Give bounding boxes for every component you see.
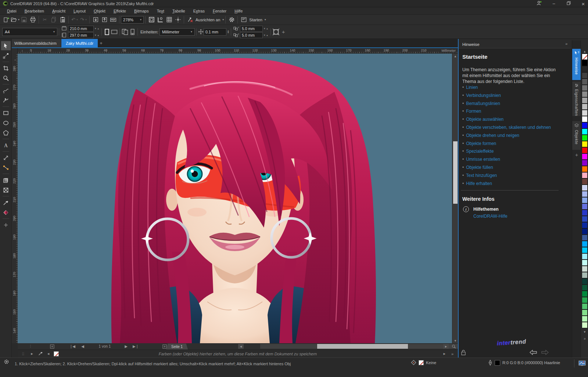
palette-color-swatch[interactable] <box>582 241 588 247</box>
palette-color-swatch[interactable] <box>582 122 588 128</box>
palette-color-swatch[interactable] <box>582 185 588 191</box>
palette-color-swatch[interactable] <box>582 141 588 147</box>
close-button[interactable]: × <box>580 1 587 7</box>
palette-color-swatch[interactable] <box>582 104 588 110</box>
page-width-field[interactable]: 210.0 mm <box>68 26 94 32</box>
palette-color-swatch[interactable] <box>582 54 588 60</box>
palette-color-swatch[interactable] <box>582 266 588 272</box>
options-gear-icon[interactable] <box>227 15 236 24</box>
copy-icon[interactable] <box>49 15 58 24</box>
menu-tabelle[interactable]: Tabelle <box>168 8 189 14</box>
palette-color-swatch[interactable] <box>582 110 588 116</box>
export-button[interactable] <box>100 15 109 24</box>
tool-rectangle-icon[interactable] <box>1 108 11 117</box>
palette-next-icon[interactable]: ▸ <box>443 351 445 356</box>
tool-eyedropper-icon[interactable] <box>1 198 11 207</box>
tool-polygon-icon[interactable] <box>1 128 11 137</box>
duplicate-y-stepper[interactable]: ▾ ▴ <box>264 34 268 37</box>
undo-button[interactable]: ↶▾ <box>70 15 79 24</box>
palette-color-swatch[interactable] <box>582 210 588 216</box>
fullscreen-preview-icon[interactable] <box>147 15 156 24</box>
palette-color-swatch[interactable] <box>582 203 588 210</box>
prev-page-icon[interactable]: ◀ <box>80 343 85 349</box>
docker-splitter[interactable] <box>458 39 459 358</box>
save-button[interactable] <box>19 15 28 24</box>
new-tab-button[interactable]: + <box>98 39 104 47</box>
tab-document[interactable]: Zaky Mufthi.cdr <box>61 39 98 47</box>
hints-back-icon[interactable] <box>529 349 537 356</box>
snap-off-icon[interactable] <box>186 15 194 24</box>
minimize-button[interactable]: – <box>551 1 557 6</box>
tool-freehand-icon[interactable] <box>1 86 11 95</box>
menu-objekt[interactable]: Objekt <box>90 8 110 14</box>
last-page-icon[interactable]: ▶❘ <box>132 343 139 349</box>
horizontal-ruler[interactable]: Millimeter 01020304050607080901001101201… <box>18 48 458 54</box>
hint-link[interactable]: •Objekte verschieben, skalieren und dehn… <box>462 124 551 132</box>
palette-color-swatch[interactable] <box>582 85 588 91</box>
palette-color-swatch[interactable] <box>582 322 588 328</box>
tool-artistic-media-icon[interactable] <box>1 96 11 105</box>
palette-color-swatch[interactable] <box>582 153 588 160</box>
menu-text[interactable]: Text <box>153 8 168 14</box>
menu-ansicht[interactable]: Ansicht <box>48 8 69 14</box>
palette-color-swatch[interactable] <box>582 191 588 197</box>
docker-tab-objekte[interactable]: Objekte <box>572 121 581 150</box>
vertical-scroll-thumb[interactable] <box>453 141 458 204</box>
menu-layout[interactable]: Layout <box>69 8 90 14</box>
fill-status[interactable]: Keine <box>411 360 436 365</box>
palette-color-swatch[interactable] <box>582 272 588 278</box>
print-button[interactable] <box>28 15 37 24</box>
palette-color-swatch[interactable] <box>582 303 588 309</box>
palette-scroll-up-icon[interactable]: ▲ <box>581 49 588 54</box>
drag-handle[interactable]: ⁞ <box>29 343 32 349</box>
palette-color-swatch[interactable] <box>582 278 588 284</box>
tool-drop-shadow-icon[interactable] <box>1 175 11 185</box>
palette-color-swatch[interactable] <box>582 291 588 297</box>
scroll-down-icon[interactable]: ▼ <box>452 338 458 343</box>
ruler-origin[interactable] <box>12 48 18 54</box>
coreldraw-help-link[interactable]: CorelDRAW-Hilfe <box>473 214 508 219</box>
tool-crop-icon[interactable] <box>1 64 11 73</box>
landscape-button[interactable] <box>111 28 118 36</box>
treat-as-filled-icon[interactable] <box>272 28 280 36</box>
palette-color-swatch[interactable] <box>582 147 588 153</box>
docker-tab-eigenschaften[interactable]: Eigenschaften <box>572 81 581 116</box>
paste-icon[interactable] <box>58 15 67 24</box>
add-page-start-button[interactable] <box>49 343 55 349</box>
duplicate-x-stepper[interactable]: ▾ ▴ <box>264 27 268 30</box>
tool-zoom-icon[interactable] <box>1 73 11 83</box>
units-select[interactable]: Millimeter▾ <box>159 28 195 36</box>
all-pages-icon[interactable] <box>121 28 129 36</box>
page-tab[interactable]: Seite 1 <box>166 344 188 349</box>
tool-shape-icon[interactable] <box>1 51 11 60</box>
palette-color-swatch[interactable] <box>582 216 588 222</box>
menu-hilfe[interactable]: Hilfe <box>230 8 247 14</box>
menu-bitmaps[interactable]: Bitmaps <box>130 8 153 14</box>
show-grid-icon[interactable] <box>165 15 173 24</box>
hint-link[interactable]: •Bemaßungslinien <box>462 100 551 108</box>
palette-color-swatch[interactable] <box>582 222 588 228</box>
tool-text-icon[interactable]: A <box>1 141 11 150</box>
palette-color-swatch[interactable] <box>582 172 588 178</box>
palette-color-swatch[interactable] <box>582 97 588 104</box>
menu-bearbeiten[interactable]: Bearbeiten <box>21 8 48 14</box>
restore-button[interactable] <box>565 1 572 6</box>
show-rulers-icon[interactable] <box>156 15 165 24</box>
zoom-level-select[interactable]: 278%▾ <box>121 16 144 23</box>
palette-color-swatch[interactable] <box>582 316 588 322</box>
palette-color-swatch[interactable] <box>582 91 588 97</box>
palette-color-swatch[interactable] <box>582 235 588 241</box>
tool-add-tool-icon[interactable] <box>1 220 11 229</box>
tool-pick-icon[interactable] <box>1 41 11 50</box>
duplicate-x-field[interactable]: 5.0 mm <box>240 26 263 32</box>
hscroll-left-icon[interactable]: ◂ <box>238 344 244 349</box>
dynamic-guides-icon[interactable] <box>173 15 182 24</box>
portrait-button[interactable] <box>103 28 111 36</box>
menu-fenster[interactable]: Fenster <box>209 8 230 14</box>
next-page-icon[interactable]: ▶ <box>123 343 129 349</box>
palette-color-swatch[interactable] <box>582 260 588 266</box>
snap-to-dropdown[interactable]: Ausrichten an▾ <box>194 15 224 24</box>
open-button[interactable]: ▾ <box>11 15 19 24</box>
menu-extras[interactable]: Extras <box>189 8 209 14</box>
palette-color-swatch[interactable] <box>582 72 588 79</box>
